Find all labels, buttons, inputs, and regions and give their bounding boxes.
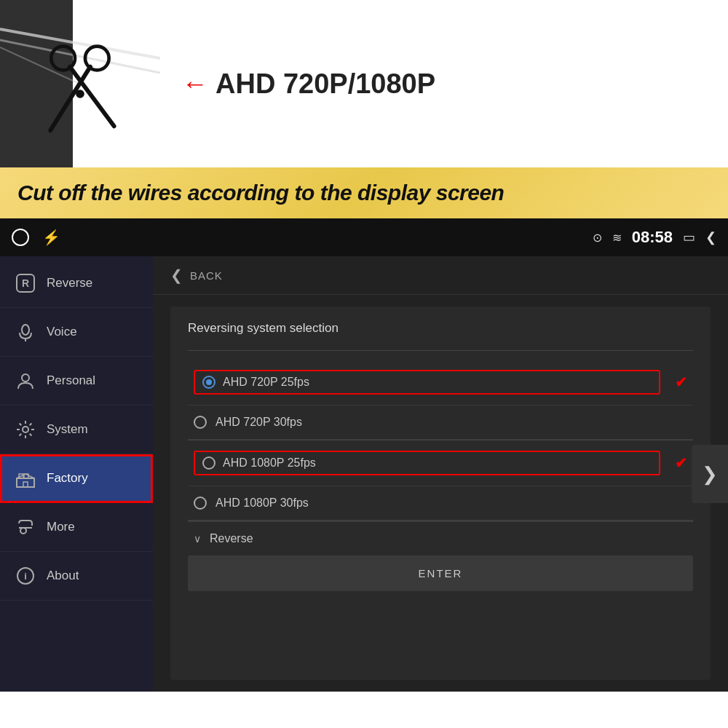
option-ahd1080p25[interactable]: AHD 1080P 25fps ✔: [188, 440, 693, 486]
status-bar-left: ⚡: [12, 229, 581, 246]
more-icon: [15, 516, 36, 538]
option-label-ahd720p25: AHD 720P 25fps: [223, 376, 652, 389]
screen-icon: ▭: [683, 229, 695, 245]
svg-line-4: [70, 67, 114, 127]
voice-label: Voice: [47, 325, 77, 339]
personal-label: Personal: [47, 373, 95, 388]
voice-icon: [15, 321, 36, 343]
sidebar-item-system[interactable]: System: [0, 405, 153, 454]
svg-line-20: [30, 424, 32, 426]
svg-text:i: i: [24, 571, 27, 582]
car-ui: ⚡ ⊙ ≋ 08:58 ▭ ❮ R Reverse: [0, 218, 728, 692]
radio-ahd1080p30[interactable]: [194, 496, 207, 510]
dialog-panel: Reversing system selection AHD 720P 25fp…: [170, 306, 711, 680]
sidebar: R Reverse Voice: [0, 256, 153, 692]
svg-rect-22: [17, 478, 34, 487]
chevron-right-icon: ❯: [702, 463, 718, 486]
banner-text: Cut off the wires according to the displ…: [17, 181, 504, 205]
ahd-arrow: ←: [182, 71, 208, 97]
sidebar-item-voice[interactable]: Voice: [0, 308, 153, 357]
main-content: R Reverse Voice: [0, 256, 728, 692]
scissors-icon: [29, 22, 175, 146]
check-ahd1080p25: ✔: [675, 454, 687, 472]
svg-line-21: [20, 434, 22, 436]
option-ahd720p30[interactable]: AHD 720P 30fps: [188, 405, 693, 440]
reverse-row[interactable]: ∨ Reverse: [188, 521, 693, 555]
radio-ahd1080p25[interactable]: [202, 456, 215, 470]
check-ahd720p25: ✔: [675, 373, 687, 391]
reverse-label: Reverse: [210, 532, 253, 545]
system-label: System: [47, 422, 88, 437]
svg-line-19: [30, 434, 32, 436]
factory-label: Factory: [47, 471, 88, 486]
reverse-icon: R: [15, 272, 36, 294]
svg-point-13: [23, 427, 28, 432]
radio-ahd720p25[interactable]: [202, 376, 215, 389]
option-label-ahd720p30: AHD 720P 30fps: [215, 416, 687, 429]
top-image-area: ← AHD 720P/1080P: [0, 0, 728, 167]
svg-rect-25: [23, 482, 28, 487]
back-arrow-icon: ❮: [170, 266, 183, 284]
status-time: 08:58: [632, 228, 673, 247]
svg-point-10: [22, 325, 29, 335]
more-label: More: [47, 520, 75, 534]
sidebar-item-about[interactable]: i About: [0, 552, 153, 601]
status-bar-right: ⊙ ≋ 08:58 ▭ ❮: [593, 228, 716, 247]
sidebar-item-reverse[interactable]: R Reverse: [0, 259, 153, 308]
wifi-icon: ≋: [612, 231, 622, 245]
personal-icon: [15, 370, 36, 392]
reverse-label: Reverse: [47, 276, 92, 290]
right-panel: ❮ BACK Reversing system selection AHD 72…: [153, 256, 728, 692]
option-label-ahd1080p30: AHD 1080P 30fps: [215, 496, 687, 510]
sidebar-item-more[interactable]: More: [0, 503, 153, 552]
about-icon: i: [15, 565, 36, 587]
radio-ahd720p30[interactable]: [194, 416, 207, 429]
factory-icon: [15, 467, 36, 489]
option-ahd1080p30[interactable]: AHD 1080P 30fps: [188, 486, 693, 521]
back-bar[interactable]: ❮ BACK: [153, 256, 728, 295]
svg-point-12: [22, 374, 29, 381]
dialog-title: Reversing system selection: [188, 321, 693, 336]
yellow-banner: Cut off the wires according to the displ…: [0, 167, 728, 218]
svg-line-6: [50, 67, 90, 131]
svg-point-28: [20, 528, 26, 534]
system-icon: [15, 419, 36, 440]
svg-point-7: [76, 90, 84, 98]
option-label-ahd1080p25: AHD 1080P 25fps: [223, 456, 652, 470]
separator-line: [188, 350, 693, 351]
status-bar: ⚡ ⊙ ≋ 08:58 ▭ ❮: [0, 218, 728, 256]
about-label: About: [47, 569, 79, 583]
back-label: BACK: [190, 269, 223, 282]
usb-icon: ⚡: [42, 229, 60, 246]
enter-button[interactable]: ENTER: [188, 555, 693, 591]
back-system-icon[interactable]: ❮: [705, 229, 716, 245]
svg-text:R: R: [22, 277, 29, 289]
next-arrow-button[interactable]: ❯: [692, 445, 728, 503]
ahd-text: AHD 720P/1080P: [215, 68, 435, 100]
location-icon: ⊙: [593, 231, 602, 245]
svg-line-18: [20, 424, 22, 426]
ahd-label: ← AHD 720P/1080P: [182, 68, 435, 100]
sidebar-item-factory[interactable]: Factory: [0, 454, 153, 503]
chevron-down-icon: ∨: [194, 533, 201, 545]
sidebar-item-personal[interactable]: Personal: [0, 357, 153, 405]
option-ahd720p25[interactable]: AHD 720P 25fps ✔: [188, 360, 693, 405]
home-circle-icon[interactable]: [12, 229, 29, 246]
